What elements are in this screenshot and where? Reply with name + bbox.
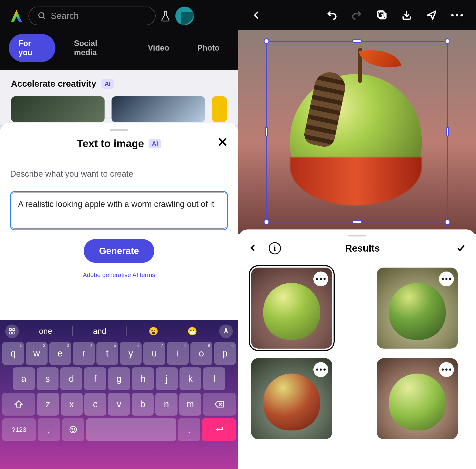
download-icon[interactable] bbox=[401, 10, 412, 21]
space-key[interactable] bbox=[86, 418, 176, 441]
key-x[interactable]: x bbox=[61, 393, 83, 416]
key-i[interactable]: i8 bbox=[167, 342, 189, 365]
key-f[interactable]: f bbox=[84, 367, 106, 390]
comma-key[interactable]: , bbox=[38, 418, 60, 441]
template-thumb[interactable] bbox=[111, 96, 205, 122]
key-e[interactable]: e3 bbox=[49, 342, 71, 365]
keyboard-emoji-suggestion[interactable]: 😮 bbox=[142, 324, 166, 338]
user-avatar[interactable] bbox=[175, 7, 194, 25]
key-m[interactable]: m bbox=[179, 393, 201, 416]
generate-button[interactable]: Generate bbox=[84, 239, 154, 263]
result-thumbnail[interactable] bbox=[251, 268, 332, 349]
ai-terms-link[interactable]: Adobe generative AI terms bbox=[10, 272, 228, 278]
search-placeholder: Search bbox=[51, 11, 79, 21]
sheet-handle[interactable] bbox=[110, 129, 128, 131]
svg-point-13 bbox=[74, 428, 74, 429]
key-k[interactable]: k bbox=[180, 367, 202, 390]
keyboard-apps-icon[interactable] bbox=[5, 324, 19, 338]
svg-rect-7 bbox=[13, 332, 15, 334]
key-d[interactable]: d bbox=[60, 367, 82, 390]
thumbnail-options-icon[interactable] bbox=[313, 272, 328, 286]
prompt-text: A realistic looking apple with a worm cr… bbox=[18, 198, 220, 210]
template-thumb[interactable] bbox=[11, 96, 105, 122]
soft-keyboard: one and 😮 😷 q1w2e3r4t5y6u7i8o9p0 asdfghj… bbox=[0, 320, 238, 469]
search-icon bbox=[38, 12, 47, 20]
shift-key[interactable] bbox=[2, 393, 35, 416]
labs-icon[interactable] bbox=[160, 11, 171, 21]
result-thumbnail[interactable] bbox=[251, 358, 332, 439]
editor-toolbar: 1 bbox=[238, 0, 476, 30]
key-z[interactable]: z bbox=[37, 393, 59, 416]
key-s[interactable]: s bbox=[37, 367, 59, 390]
results-panel: i Results bbox=[238, 229, 476, 469]
key-b[interactable]: b bbox=[132, 393, 154, 416]
sheet-handle[interactable] bbox=[348, 235, 366, 237]
results-title: Results bbox=[281, 243, 444, 254]
undo-icon[interactable] bbox=[326, 10, 337, 21]
layer-count: 1 bbox=[378, 12, 386, 19]
redo-icon[interactable] bbox=[351, 10, 362, 21]
svg-point-0 bbox=[39, 13, 44, 18]
selection-frame[interactable] bbox=[266, 41, 448, 223]
ai-badge: AI bbox=[102, 79, 114, 89]
canvas[interactable] bbox=[238, 30, 476, 234]
key-a[interactable]: a bbox=[13, 367, 35, 390]
backspace-key[interactable] bbox=[203, 393, 236, 416]
key-w[interactable]: w2 bbox=[26, 342, 47, 365]
key-j[interactable]: j bbox=[156, 367, 178, 390]
confirm-icon[interactable] bbox=[444, 243, 466, 254]
svg-rect-6 bbox=[9, 332, 11, 334]
sheet-description: Describe what you want to create bbox=[10, 169, 228, 179]
result-thumbnail[interactable] bbox=[377, 268, 458, 349]
close-icon[interactable] bbox=[217, 137, 228, 148]
results-back-icon[interactable] bbox=[248, 243, 258, 254]
emoji-key[interactable] bbox=[62, 418, 85, 441]
layers-icon[interactable]: 1 bbox=[376, 10, 387, 21]
tab-video[interactable]: Video bbox=[138, 39, 179, 57]
key-l[interactable]: l bbox=[203, 367, 225, 390]
key-o[interactable]: o9 bbox=[190, 342, 212, 365]
prompt-input[interactable]: A realistic looking apple with a worm cr… bbox=[10, 191, 228, 230]
key-n[interactable]: n bbox=[155, 393, 177, 416]
template-thumb[interactable] bbox=[212, 96, 227, 122]
key-u[interactable]: u7 bbox=[143, 342, 165, 365]
thumbnail-options-icon[interactable] bbox=[313, 362, 328, 377]
result-thumbnail[interactable] bbox=[377, 358, 458, 439]
more-icon[interactable] bbox=[451, 14, 463, 16]
symbols-key[interactable]: ?123 bbox=[2, 418, 36, 441]
tab-for-you[interactable]: For you bbox=[9, 34, 55, 62]
key-c[interactable]: c bbox=[84, 393, 106, 416]
keyboard-suggestion[interactable]: and bbox=[87, 324, 112, 338]
key-h[interactable]: h bbox=[132, 367, 154, 390]
sheet-title: Text to image bbox=[77, 138, 144, 149]
tab-photo[interactable]: Photo bbox=[187, 39, 229, 57]
microphone-icon[interactable] bbox=[219, 324, 233, 338]
enter-key[interactable] bbox=[202, 418, 236, 441]
accelerate-section: Accelerate creativity AI bbox=[0, 70, 238, 125]
svg-point-11 bbox=[70, 426, 76, 433]
key-p[interactable]: p0 bbox=[214, 342, 236, 365]
keyboard-suggestion[interactable]: one bbox=[34, 324, 58, 338]
key-t[interactable]: t5 bbox=[96, 342, 118, 365]
key-g[interactable]: g bbox=[108, 367, 130, 390]
back-icon[interactable] bbox=[251, 10, 262, 21]
key-r[interactable]: r4 bbox=[73, 342, 94, 365]
tab-social-media[interactable]: Social media bbox=[64, 34, 129, 62]
svg-rect-8 bbox=[225, 328, 227, 332]
key-q[interactable]: q1 bbox=[2, 342, 24, 365]
info-icon[interactable]: i bbox=[269, 242, 281, 254]
thumbnail-options-icon[interactable] bbox=[439, 272, 454, 286]
app-logo[interactable] bbox=[9, 8, 24, 24]
key-y[interactable]: y6 bbox=[120, 342, 142, 365]
thumbnail-options-icon[interactable] bbox=[439, 362, 454, 377]
keyboard-emoji-suggestion[interactable]: 😷 bbox=[180, 324, 204, 338]
accelerate-title: Accelerate creativity bbox=[11, 79, 96, 89]
svg-point-12 bbox=[72, 428, 72, 429]
search-input[interactable]: Search bbox=[29, 7, 156, 25]
svg-rect-5 bbox=[13, 328, 15, 331]
svg-rect-4 bbox=[9, 328, 11, 331]
key-v[interactable]: v bbox=[108, 393, 130, 416]
period-key[interactable]: . bbox=[178, 418, 201, 441]
send-icon[interactable] bbox=[426, 10, 437, 21]
home-header: Search For you Social media Video Photo bbox=[0, 0, 238, 70]
